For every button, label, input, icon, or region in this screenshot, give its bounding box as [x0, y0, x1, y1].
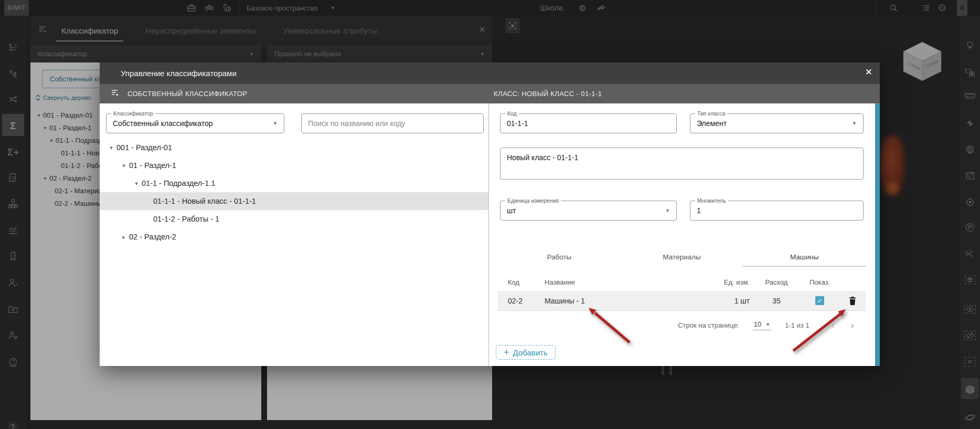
class-type-label: Тип класса — [695, 110, 727, 117]
multiplier-label: Множитель — [695, 197, 728, 204]
row-code: 02-2 — [498, 297, 535, 305]
classifier-select[interactable]: Классификатор Собственный классификатор … — [106, 113, 284, 133]
add-button[interactable]: + Добавить — [496, 345, 556, 360]
class-type-select[interactable]: Тип класса Элемент ▼ — [690, 113, 864, 133]
tab-works[interactable]: Работы — [498, 253, 621, 267]
dialog-scrollbar[interactable] — [875, 103, 880, 366]
col-name: Название — [535, 278, 721, 286]
class-type-value: Элемент — [697, 119, 727, 128]
unit-select-value: шт — [507, 206, 516, 215]
tree-item[interactable]: 01-1-2 - Работы - 1 — [100, 210, 488, 228]
chevron-down-icon: ▼ — [765, 322, 770, 327]
dialog-menu-icon[interactable] — [111, 89, 120, 98]
row-name: Машины - 1 — [535, 297, 721, 305]
col-unit: Ед. изм. — [721, 278, 753, 286]
chevron-down-icon: ▼ — [852, 121, 857, 126]
dialog-body: Классификатор Собственный классификатор … — [100, 103, 880, 366]
classifier-select-value: Собственный классификатор — [113, 119, 213, 128]
pagination: Строк на странице: 10 ▼ 1-1 из 1 ‹ › — [498, 319, 866, 331]
multiplier-field[interactable]: Множитель — [690, 201, 864, 221]
rows-per-page-select[interactable]: 10 ▼ — [753, 320, 771, 330]
col-code: Код — [498, 278, 535, 286]
table-header: Код Название Ед. изм. Расход Показ. — [498, 273, 866, 291]
tree-item[interactable]: ▾01 - Раздел-1 — [100, 156, 488, 174]
next-page-button[interactable]: › — [847, 319, 857, 331]
resources-block: Работы Материалы Машины Код Название Ед.… — [498, 253, 866, 360]
multiplier-input[interactable] — [690, 201, 863, 220]
chevron-down-icon: ▼ — [665, 208, 670, 213]
code-input[interactable] — [500, 114, 676, 133]
search-input[interactable] — [301, 113, 484, 133]
description-field[interactable]: Новый класс - 01-1-1 — [500, 148, 864, 180]
rows-per-page-label: Строк на странице: — [678, 321, 739, 329]
code-field-label: Код — [505, 110, 519, 117]
tree-item[interactable]: ▾01-1 - Подраздел-1.1 — [100, 174, 488, 192]
dialog-tree: ▾001 - Раздел-01 ▾01 - Раздел-1 ▾01-1 - … — [100, 139, 488, 246]
dialog-class-column: Код Тип класса Элемент ▼ Новый класс - 0… — [488, 103, 875, 366]
dialog-left-header: СОБСТВЕННЫЙ КЛАССИФИКАТОР — [127, 90, 247, 98]
col-show: Показ. — [800, 278, 839, 286]
trash-icon — [848, 296, 857, 306]
dialog-close-icon[interactable]: ✕ — [865, 68, 872, 77]
row-rate: 35 — [753, 297, 800, 305]
dialog-title-bar: Управление классификаторами ✕ — [100, 62, 880, 84]
row-unit: 1 шт — [721, 297, 753, 305]
prev-page-button[interactable]: ‹ — [828, 319, 838, 331]
tree-item[interactable]: ▾001 - Раздел-01 — [100, 139, 488, 156]
code-field[interactable]: Код — [500, 113, 677, 133]
page-range: 1-1 из 1 — [785, 321, 809, 329]
tree-item-selected[interactable]: 01-1-1 - Новый класс - 01-1-1 — [100, 192, 488, 210]
show-checkbox[interactable]: ✓ — [815, 296, 824, 305]
unit-select-label: Единица измерения — [505, 197, 561, 204]
classifier-select-label: Классификатор — [111, 110, 155, 117]
chevron-down-icon: ▼ — [273, 121, 278, 126]
table-row[interactable]: 02-2 Машины - 1 1 шт 35 ✓ — [498, 291, 866, 311]
delete-row-button[interactable] — [839, 296, 866, 306]
dialog-subheader: СОБСТВЕННЫЙ КЛАССИФИКАТОР КЛАСС: НОВЫЙ К… — [100, 84, 880, 103]
dialog-tree-column: Классификатор Собственный классификатор … — [100, 103, 488, 366]
app-screen: BiMiT Базовое пространство ▼ Школа. ⚙ — [0, 0, 980, 429]
dialog-class-header: КЛАСС: НОВЫЙ КЛАСС - 01-1-1 — [494, 84, 602, 103]
tab-materials[interactable]: Материалы — [621, 253, 743, 267]
resource-tabs: Работы Материалы Машины — [498, 253, 866, 267]
plus-icon: + — [504, 348, 509, 357]
tree-item[interactable]: ▸02 - Раздел-2 — [100, 228, 488, 246]
tab-machines[interactable]: Машины — [743, 253, 866, 267]
dialog-title: Управление классификаторами — [121, 69, 237, 78]
col-rate: Расход — [753, 278, 800, 286]
unit-select[interactable]: Единица измерения шт ▼ — [500, 201, 677, 221]
classifier-management-dialog: Управление классификаторами ✕ СОБСТВЕННЫ… — [100, 62, 880, 366]
